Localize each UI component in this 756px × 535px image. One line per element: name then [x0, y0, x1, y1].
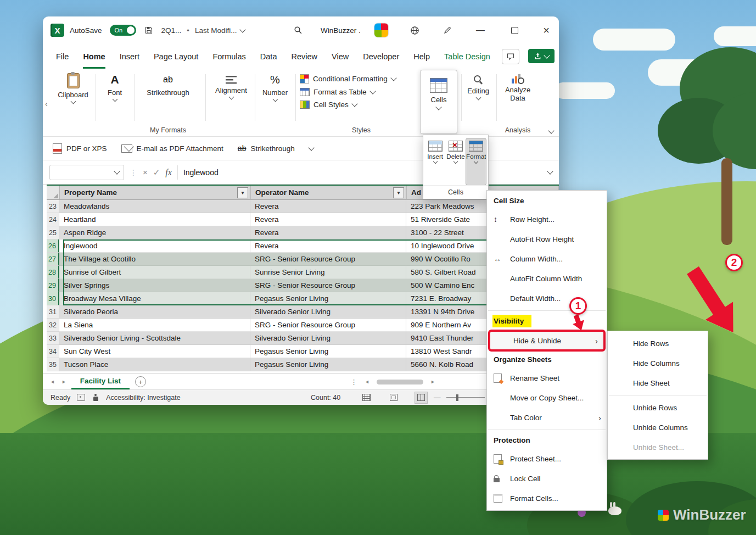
sheet-nav-right-icon[interactable]: ► [60, 374, 68, 389]
ribbon-scroll-left-icon[interactable]: ‹ [45, 99, 48, 108]
account-avatar[interactable] [374, 24, 388, 37]
number-group-button[interactable]: % Number [258, 73, 292, 101]
cell-property[interactable]: Sunrise of Gilbert [59, 266, 250, 279]
menu-item-move-copy-sheet[interactable]: Move or Copy Sheet... [487, 388, 607, 408]
normal-view-button[interactable] [360, 392, 372, 403]
menu-item-default-width[interactable]: Default Width... [487, 288, 607, 308]
row-number[interactable]: 35 [47, 358, 59, 371]
cell-operator[interactable]: Sunrise Senior Living [250, 266, 406, 279]
search-button[interactable] [291, 23, 305, 37]
row-number[interactable]: 29 [47, 279, 59, 292]
cell-operator[interactable]: Silverado Senior Living [250, 332, 406, 345]
cell-operator[interactable]: SRG - Senior Resource Group [250, 279, 406, 292]
menu-item-tab-color[interactable]: Tab Color › [487, 408, 607, 427]
submenu-item-unhide-columns[interactable]: Unhide Columns [608, 417, 708, 437]
menu-item-column-width[interactable]: ↔ Column Width... [487, 249, 607, 269]
cell-property[interactable]: Silver Springs [59, 279, 250, 292]
cell-operator[interactable]: Revera [250, 239, 406, 253]
comments-button[interactable] [502, 49, 519, 64]
menu-item-autofit-column-width[interactable]: AutoFit Column Width [487, 269, 607, 288]
cell-property[interactable]: Heartland [59, 213, 250, 226]
menu-item-hide-unhide[interactable]: Hide & Unhide › [488, 330, 606, 352]
tab-review[interactable]: Review [291, 44, 317, 69]
close-button[interactable]: × [538, 22, 555, 38]
sheet-nav-left-icon[interactable]: ◄ [48, 374, 57, 389]
document-title[interactable]: 2Q1... [161, 26, 182, 35]
insert-function-icon[interactable]: fx [165, 168, 172, 177]
tab-view[interactable]: View [332, 44, 349, 69]
strikethrough-toolbar-button[interactable]: ab Strikethrough [238, 142, 295, 155]
cell-operator[interactable]: Revera [250, 213, 406, 226]
tab-table-design[interactable]: Table Design [444, 44, 490, 69]
row-number[interactable]: 23 [47, 200, 59, 213]
cell-property[interactable]: Inglewood [59, 239, 250, 253]
autosave-toggle[interactable]: On [110, 25, 136, 36]
alignment-group-button[interactable]: Alignment [211, 73, 251, 99]
formula-bar-expand-icon[interactable] [547, 168, 553, 174]
tab-page-layout[interactable]: Page Layout [154, 44, 198, 69]
delete-button[interactable]: Delete [446, 138, 466, 185]
cell-property[interactable]: Broadway Mesa Village [59, 292, 250, 305]
excel-logo-icon[interactable]: X [51, 24, 64, 37]
cell-styles-button[interactable]: Cell Styles [300, 101, 423, 109]
submenu-item-hide-columns[interactable]: Hide Columns [608, 353, 708, 373]
row-number[interactable]: 28 [47, 266, 59, 279]
cell-property[interactable]: The Village at Ocotillo [59, 253, 250, 266]
macro-record-icon[interactable] [77, 394, 85, 401]
zoom-out-icon[interactable]: — [434, 394, 441, 402]
tab-home[interactable]: Home [83, 44, 105, 69]
minimize-button[interactable]: — [472, 22, 489, 38]
tab-data[interactable]: Data [260, 44, 277, 69]
pdf-or-xps-button[interactable]: PDF or XPS [53, 143, 107, 154]
sheet-tab-facility-list[interactable]: Facility List [71, 374, 130, 389]
format-button[interactable]: Format [466, 138, 486, 185]
cell-operator[interactable]: SRG - Senior Resource Group [250, 319, 406, 332]
zoom-slider-thumb[interactable] [456, 394, 458, 401]
cell-operator[interactable]: Silverado Senior Living [250, 305, 406, 319]
format-as-table-button[interactable]: Format as Table [300, 88, 423, 96]
document-status-dropdown[interactable]: Last Modifi... [195, 26, 245, 35]
divider-dots-icon[interactable]: ⋮ [130, 168, 137, 177]
analyze-data-button[interactable]: Analyze Data [499, 73, 537, 103]
scroll-right-icon[interactable]: ► [429, 379, 437, 384]
row-number[interactable]: 34 [47, 345, 59, 358]
menu-item-format-cells[interactable]: Format Cells... [487, 488, 607, 508]
menu-item-rename-sheet[interactable]: Rename Sheet [487, 368, 607, 388]
menu-item-lock-cell[interactable]: Lock Cell [487, 469, 607, 488]
tab-file[interactable]: File [56, 44, 69, 69]
cell-operator[interactable]: Pegasus Senior Living [250, 292, 406, 305]
cell-property[interactable]: Silverado Peoria [59, 305, 250, 319]
filter-button[interactable]: ▾ [393, 187, 404, 198]
draw-button[interactable] [440, 23, 455, 37]
save-button[interactable] [142, 23, 156, 37]
tab-insert[interactable]: Insert [120, 44, 139, 69]
share-button[interactable] [528, 49, 555, 63]
row-number[interactable]: 33 [47, 332, 59, 345]
row-number[interactable]: 26 [47, 239, 59, 253]
cell-property[interactable]: Silverado Senior Living - Scottsdale [59, 332, 250, 345]
cells-group-button[interactable]: Cells [420, 70, 457, 134]
confirm-entry-icon[interactable]: ✓ [153, 168, 160, 177]
tab-developer[interactable]: Developer [363, 44, 399, 69]
tab-formulas[interactable]: Formulas [212, 44, 245, 69]
submenu-item-hide-sheet[interactable]: Hide Sheet [608, 373, 708, 393]
add-sheet-button[interactable]: + [135, 376, 146, 387]
menu-item-protect-sheet[interactable]: Protect Sheet... [487, 449, 607, 469]
maximize-button[interactable] [506, 22, 523, 38]
column-header-property-name[interactable]: Property Name ▾ [60, 186, 251, 200]
submenu-item-unhide-rows[interactable]: Unhide Rows [608, 398, 708, 417]
cell-operator[interactable]: SRG - Senior Resource Group [250, 253, 406, 266]
cell-property[interactable]: Meadowlands [59, 200, 250, 213]
ribbon-collapse-icon[interactable] [548, 127, 554, 133]
clipboard-group-button[interactable]: Clipboard [53, 73, 93, 103]
cell-property[interactable]: La Siena [59, 319, 250, 332]
zoom-slider[interactable] [446, 397, 485, 398]
name-box[interactable] [49, 165, 124, 180]
font-group-button[interactable]: A Font [99, 73, 131, 101]
insert-button[interactable]: Insert [425, 138, 445, 185]
page-break-view-button[interactable] [415, 392, 427, 403]
page-layout-view-button[interactable] [388, 392, 400, 403]
cell-property[interactable]: Aspen Ridge [59, 226, 250, 239]
menu-item-row-height[interactable]: ↕ Row Height... [487, 209, 607, 229]
menu-item-autofit-row-height[interactable]: AutoFit Row Height [487, 229, 607, 249]
